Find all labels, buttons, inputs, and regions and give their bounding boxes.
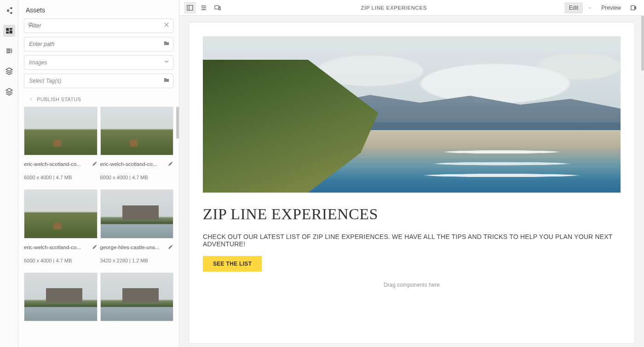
publish-status-label: PUBLISH STATUS	[37, 97, 81, 102]
canvas-wrap[interactable]: ZIP LINE EXPERIENCES CHECK OUT OUR LATES…	[179, 16, 644, 347]
hero-waves	[391, 138, 612, 185]
page-frame[interactable]: ZIP LINE EXPERIENCES CHECK OUT OUR LATES…	[189, 22, 635, 344]
side-panel-toggle-icon[interactable]	[184, 2, 196, 14]
drag-components-dropzone[interactable]: Drag components here	[203, 282, 621, 288]
assets-icon[interactable]	[3, 25, 15, 37]
tags-select-placeholder: Select Tag(s)	[29, 78, 61, 84]
path-input[interactable]	[24, 37, 173, 51]
asset-thumbnail-scene	[24, 190, 97, 238]
assets-panel: Assets Images	[18, 0, 179, 347]
asset-thumbnail[interactable]	[24, 107, 98, 155]
asset-meta: george-hiles-castle-uns...	[100, 243, 174, 251]
asset-thumbnail[interactable]	[100, 273, 174, 321]
sliders-icon[interactable]	[198, 2, 210, 14]
asset-thumbnail[interactable]	[100, 107, 174, 155]
chevron-down-icon[interactable]	[163, 58, 170, 67]
asset-card[interactable]	[100, 273, 174, 321]
asset-name: eric-welch-scotland-co...	[100, 161, 157, 167]
asset-card[interactable]: eric-welch-scotland-co...6000 x 4000 | 4…	[100, 107, 174, 180]
asset-dimensions: 6000 x 4000 | 4.7 MB	[100, 175, 174, 180]
chevron-right-icon	[29, 97, 33, 102]
editor-area: ZIP LINE EXPERIENCES Edit Preview	[179, 0, 644, 347]
asset-thumbnail[interactable]	[24, 189, 98, 238]
canvas-scrollbar-thumb[interactable]	[641, 16, 644, 71]
components-icon[interactable]	[3, 45, 15, 57]
topbar-right: Edit Preview	[564, 2, 639, 14]
folder-icon[interactable]	[163, 40, 170, 48]
assets-panel-title: Assets	[18, 0, 179, 18]
tags-select[interactable]: Select Tag(s)	[24, 74, 173, 88]
asset-thumbnail-scene	[101, 273, 173, 321]
asset-grid: eric-welch-scotland-co...6000 x 4000 | 4…	[24, 107, 173, 321]
page-properties-icon[interactable]	[627, 2, 639, 14]
editor-topbar: ZIP LINE EXPERIENCES Edit Preview	[179, 0, 644, 16]
filter-input[interactable]	[24, 18, 173, 33]
preview-mode-button[interactable]: Preview	[597, 2, 626, 13]
canvas-scrollbar[interactable]	[641, 16, 644, 347]
asset-card[interactable]: george-hiles-castle-uns...3420 x 2280 | …	[100, 189, 174, 263]
topbar-left	[184, 2, 224, 14]
asset-meta: eric-welch-scotland-co...	[24, 243, 98, 251]
asset-thumbnail-scene	[24, 107, 97, 155]
assets-scrollbar-thumb[interactable]	[176, 107, 179, 139]
content-heading[interactable]: ZIP LINE EXPERIENCES	[203, 205, 621, 223]
asset-card[interactable]: eric-welch-scotland-co...6000 x 4000 | 4…	[24, 107, 98, 180]
page-title: ZIP LINE EXPERIENCES	[224, 5, 564, 11]
asset-card[interactable]: eric-welch-scotland-co...6000 x 4000 | 4…	[24, 189, 98, 263]
hero-image[interactable]	[203, 36, 621, 193]
mode-chevron-down-icon[interactable]	[585, 6, 595, 10]
asset-dimensions: 6000 x 4000 | 4.7 MB	[24, 175, 98, 180]
app-root: Assets Images	[0, 0, 644, 347]
folder-icon[interactable]	[163, 77, 170, 85]
asset-thumbnail[interactable]	[100, 189, 174, 238]
filter-row	[24, 18, 173, 33]
asset-meta: eric-welch-scotland-co...	[100, 160, 174, 168]
asset-grid-wrap: eric-welch-scotland-co...6000 x 4000 | 4…	[18, 107, 179, 347]
type-select-value: Images	[29, 59, 47, 66]
assets-filters: Images Select Tag(s)	[18, 18, 179, 92]
content-tree-icon[interactable]	[3, 65, 15, 77]
asset-thumbnail-scene	[24, 273, 97, 321]
cta-button[interactable]: SEE THE LIST	[203, 256, 262, 272]
publish-status-toggle[interactable]: PUBLISH STATUS	[18, 92, 179, 107]
asset-dimensions: 6000 x 4000 | 4.7 MB	[24, 258, 98, 263]
pencil-icon[interactable]	[168, 160, 173, 168]
type-row: Images	[24, 55, 173, 70]
search-icon	[28, 22, 34, 30]
asset-dimensions: 3420 x 2280 | 1.2 MB	[100, 258, 174, 263]
asset-name: george-hiles-castle-uns...	[100, 245, 160, 250]
left-rail	[0, 0, 18, 347]
path-row	[24, 37, 173, 51]
asset-meta: eric-welch-scotland-co...	[24, 160, 98, 168]
edit-mode-button[interactable]: Edit	[564, 2, 583, 13]
pencil-icon[interactable]	[92, 243, 98, 251]
assets-scrollbar[interactable]	[176, 107, 179, 347]
asset-name: eric-welch-scotland-co...	[24, 161, 81, 167]
pencil-icon[interactable]	[168, 243, 173, 251]
type-select[interactable]: Images	[24, 55, 173, 70]
asset-name: eric-welch-scotland-co...	[24, 245, 81, 250]
asset-thumbnail-scene	[101, 107, 173, 155]
tags-row: Select Tag(s)	[24, 74, 173, 88]
asset-card[interactable]	[24, 273, 98, 321]
share-icon[interactable]	[3, 5, 15, 17]
asset-thumbnail[interactable]	[24, 273, 98, 321]
content-subheading[interactable]: CHECK OUT OUR LATEST LIST OF ZIP LINE EX…	[203, 233, 621, 248]
asset-thumbnail-scene	[101, 190, 173, 238]
pencil-icon[interactable]	[92, 160, 98, 168]
layers-icon[interactable]	[3, 85, 15, 97]
device-emulator-icon[interactable]	[212, 2, 224, 14]
close-icon[interactable]	[163, 22, 170, 30]
